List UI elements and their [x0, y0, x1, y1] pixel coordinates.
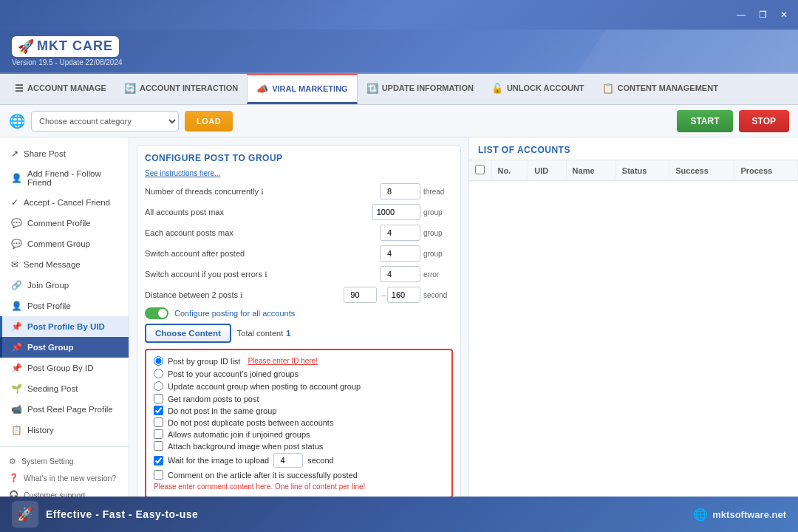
cb-random-posts-input[interactable]: [154, 394, 163, 403]
sidebar-item-post-group[interactable]: 📌 Post Group: [0, 337, 129, 358]
cb-random-posts-label[interactable]: Get random posts to post: [168, 395, 259, 403]
radio-update-group-label[interactable]: Update account group when posting to acc…: [168, 382, 361, 391]
distance-label: Distance between 2 posts ℹ: [145, 290, 344, 299]
post-group-id-icon: 📌: [11, 363, 22, 373]
distance-from-input[interactable]: [344, 287, 377, 303]
system-setting-icon: ⚙: [9, 457, 16, 466]
wait-image-label[interactable]: Wait for the image to upload: [168, 456, 269, 465]
sidebar-item-post-group-id[interactable]: 📌 Post Group By ID: [0, 358, 129, 378]
select-all-checkbox[interactable]: [475, 165, 485, 174]
cb-no-same-group-input[interactable]: [154, 406, 163, 415]
choose-content-button[interactable]: Choose Content: [145, 324, 231, 343]
radio-by-group-id-label[interactable]: Post by group ID list: [168, 357, 240, 366]
window-controls: — ❐ ✕: [732, 8, 792, 21]
cb-no-duplicate-label[interactable]: Do not post duplicate posts between acco…: [168, 418, 333, 427]
whats-new-icon: ❓: [9, 473, 18, 482]
switch-errors-input[interactable]: [380, 266, 420, 282]
sidebar-whats-new[interactable]: ❓ What's in the new version?: [0, 469, 129, 486]
each-account-max-input[interactable]: [380, 225, 420, 241]
header-decor: [576, 30, 798, 74]
nav-account-interaction[interactable]: 🔄 ACCOUNT INTERACTION: [115, 74, 247, 104]
nav-content-management[interactable]: 📋 CONTENT MANAGEMENT: [593, 74, 727, 104]
cb-no-same-group-label[interactable]: Do not post in the same group: [168, 406, 276, 415]
sidebar-item-seeding-post[interactable]: 🌱 Seeding Post: [0, 378, 129, 399]
each-account-max-wrap: [380, 225, 423, 241]
accounts-table-container: No. UID Name Status Success Process: [469, 160, 798, 497]
sidebar-item-send-message[interactable]: ✉ Send Message: [0, 254, 129, 275]
distance-info-icon[interactable]: ℹ: [240, 291, 243, 299]
radio-by-group-id: Post by group ID list Please enter ID he…: [154, 356, 444, 366]
header: 🚀 MKT CARE Version 19.5 - Update 22/08/2…: [0, 30, 798, 74]
load-button[interactable]: LOAD: [185, 111, 233, 132]
cb-attach-bg-input[interactable]: [154, 441, 163, 451]
account-category-select[interactable]: Choose account category: [31, 111, 179, 132]
unlock-icon: 🔓: [491, 83, 503, 94]
cb-comment-label[interactable]: Comment on the article after it is succe…: [168, 471, 358, 480]
threads-input[interactable]: [380, 183, 420, 200]
cb-attach-bg-label[interactable]: Attach background image when post status: [168, 442, 323, 451]
close-button[interactable]: ✕: [776, 8, 792, 21]
distance-range: –: [344, 287, 423, 303]
footer: 🚀 Effective - Fast - Easy-to-use 🌐 mktso…: [0, 497, 798, 532]
cb-no-duplicate-input[interactable]: [154, 417, 163, 427]
sidebar-send-message-label: Send Message: [24, 260, 81, 269]
switch-after-input[interactable]: [380, 245, 420, 262]
sidebar-item-history[interactable]: 📋 History: [0, 420, 129, 440]
all-accounts-max-input[interactable]: [372, 204, 420, 220]
minimize-button[interactable]: —: [732, 8, 750, 21]
sidebar-item-comment-group[interactable]: 💬 Comment Group: [0, 233, 129, 254]
switch-after-unit: group: [423, 250, 453, 258]
radio-update-group-input[interactable]: [154, 381, 163, 391]
restore-button[interactable]: ❐: [754, 8, 771, 21]
nav-unlock-account[interactable]: 🔓 UNLOCK ACCOUNT: [482, 74, 593, 104]
radio-joined-groups-input[interactable]: [154, 369, 163, 378]
switch-errors-info-icon[interactable]: ℹ: [265, 270, 267, 279]
nav-viral-marketing[interactable]: 📣 VIRAL MARKETING: [247, 74, 357, 104]
nav-account-manage[interactable]: ☰ ACCOUNT MANAGE: [6, 74, 115, 104]
viral-marketing-icon: 📣: [256, 83, 268, 95]
sidebar-item-add-friend[interactable]: 👤 Add Friend - Follow Friend: [0, 164, 129, 192]
footer-logo-box: 🚀: [12, 501, 38, 528]
threads-row: Number of threads concurrently ℹ thread: [145, 183, 453, 200]
sidebar-item-comment-profile[interactable]: 💬 Comment Profile: [0, 213, 129, 233]
cb-comment-input[interactable]: [154, 470, 163, 480]
group-id-link[interactable]: Please enter ID here!: [248, 357, 318, 365]
footer-website: mktsoftware.net: [712, 509, 786, 520]
sidebar-item-accept-cancel[interactable]: ✓ Accept - Cancel Friend: [0, 192, 129, 213]
sidebar-item-share-post[interactable]: ↗ Share Post: [0, 143, 129, 164]
radio-joined-groups-label[interactable]: Post to your account's joined groups: [168, 369, 299, 378]
cb-auto-join-label[interactable]: Allows automatic join if unjoined groups: [168, 430, 310, 439]
customer-support-label: Customer support: [24, 491, 85, 497]
wait-image-input[interactable]: [154, 456, 163, 466]
cb-attach-bg: Attach background image when post status: [154, 441, 444, 451]
threads-info-icon[interactable]: ℹ: [261, 188, 264, 196]
sidebar-item-post-profile-uid[interactable]: 📌 Post Profile By UID: [0, 316, 129, 337]
distance-separator: –: [381, 291, 386, 299]
nav-update-information[interactable]: 🔃 UPDATE INFORMATION: [358, 74, 482, 104]
wait-seconds-input[interactable]: [273, 453, 303, 468]
radio-by-group-id-input[interactable]: [154, 356, 163, 366]
accept-cancel-icon: ✓: [11, 197, 18, 208]
logo-area: 🚀 MKT CARE Version 19.5 - Update 22/08/2…: [12, 36, 123, 66]
cb-no-same-group: Do not post in the same group: [154, 406, 444, 415]
sidebar-post-group-label: Post Group: [27, 343, 74, 352]
sidebar-item-join-group[interactable]: 🔗 Join Group: [0, 275, 129, 296]
stop-button[interactable]: STOP: [739, 110, 789, 132]
footer-tagline: Effective - Fast - Easy-to-use: [46, 508, 198, 520]
nav-account-manage-label: ACCOUNT MANAGE: [27, 83, 106, 92]
distance-to-input[interactable]: [387, 287, 420, 303]
cb-auto-join-input[interactable]: [154, 429, 163, 439]
sidebar-post-profile-label: Post Profile: [27, 301, 71, 310]
instructions-link[interactable]: See instructions here...: [145, 169, 453, 177]
start-button[interactable]: START: [677, 110, 732, 132]
toggle-label[interactable]: Configure posting for all accounts: [174, 309, 295, 318]
accounts-list-title: LIST OF ACCOUNTS: [469, 137, 798, 160]
whats-new-label: What's in the new version?: [24, 474, 116, 482]
distance-row: Distance between 2 posts ℹ – second: [145, 287, 453, 303]
sidebar-item-post-reel[interactable]: 📹 Post Reel Page Profile: [0, 399, 129, 420]
sidebar-system-setting[interactable]: ⚙ System Setting: [0, 453, 129, 469]
sidebar-item-post-profile[interactable]: 👤 Post Profile: [0, 296, 129, 316]
content-mgmt-icon: 📋: [602, 83, 614, 94]
sidebar-customer-support[interactable]: 🎧 Customer support: [0, 486, 129, 497]
configure-all-toggle[interactable]: [145, 307, 168, 319]
